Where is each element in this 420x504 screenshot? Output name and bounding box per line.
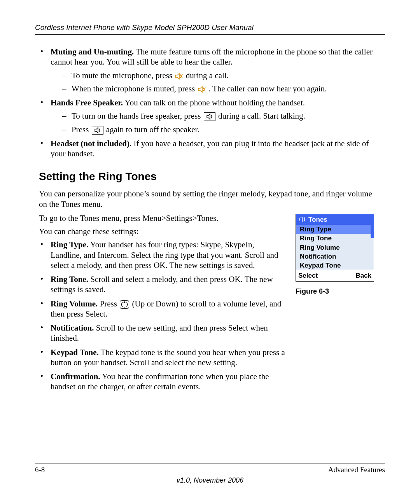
sub-text-pre: Press xyxy=(72,125,91,134)
setting-title: Ring Volume. xyxy=(51,299,98,308)
setting-keypad-tone: Keypad Tone. The keypad tone is the soun… xyxy=(39,347,285,368)
svg-point-14 xyxy=(127,304,128,304)
svg-rect-6 xyxy=(204,113,215,121)
svg-point-16 xyxy=(301,217,303,219)
setting-title: Confirmation. xyxy=(51,372,100,381)
doc-header: Cordless Internet Phone with Skype Model… xyxy=(35,23,385,32)
section-heading: Setting the Ring Tones xyxy=(39,170,381,183)
sub-text-pre: To mute the microphone, press xyxy=(72,71,174,80)
phone-menu-title: Tones xyxy=(308,215,327,224)
phone-menu-softkeys: Select Back xyxy=(296,270,374,281)
phone-menu-list: Ring Type Ring Tone Ring Volume Notifica… xyxy=(296,225,374,270)
svg-rect-8 xyxy=(92,126,103,134)
footer-section: Advanced Features xyxy=(328,466,385,474)
sub-item: To mute the microphone, press during a c… xyxy=(62,70,381,80)
phone-menu-figure: Tones Ring Type Ring Tone Ring Volume No… xyxy=(296,214,374,282)
phone-menu-item: Ring Volume xyxy=(296,243,374,252)
setting-notification: Notification. Scroll to the new setting,… xyxy=(39,323,285,343)
bullet-title: Headset (not included). xyxy=(51,139,131,148)
sub-text-post: during a call. Start talking. xyxy=(218,111,305,121)
bullet-handsfree: Hands Free Speaker. You can talk on the … xyxy=(39,98,381,135)
setting-title: Ring Tone. xyxy=(51,275,88,284)
svg-point-13 xyxy=(121,304,122,304)
intro-paragraph-3: You can change these settings: xyxy=(39,226,285,236)
softkey-right: Back xyxy=(355,271,371,280)
nav-key-icon xyxy=(120,300,129,309)
sub-text-post: . The caller can now hear you again. xyxy=(208,84,327,93)
svg-marker-3 xyxy=(198,87,202,92)
phone-menu-item-selected: Ring Type xyxy=(296,225,374,234)
intro-paragraph-1: You can personalize your phone’s sound b… xyxy=(39,189,381,209)
bullet-title: Hands Free Speaker. xyxy=(51,98,123,107)
top-bullet-list: Muting and Un-muting. The mute feature t… xyxy=(39,47,381,159)
phone-menu-title-bar: Tones xyxy=(296,214,374,225)
setting-ring-tone: Ring Tone. Scroll and select a melody, a… xyxy=(39,274,285,295)
setting-confirmation: Confirmation. You hear the confirmation … xyxy=(39,371,285,392)
speaker-button-icon xyxy=(204,112,215,121)
svg-marker-0 xyxy=(175,74,179,79)
softkey-left: Select xyxy=(298,271,318,280)
mute-icon xyxy=(175,73,183,80)
sub-item: When the microphone is muted, press . Th… xyxy=(62,84,381,94)
bullet-text: You can talk on the phone without holdin… xyxy=(123,98,305,107)
sub-text-post: during a call. xyxy=(186,71,229,80)
setting-ring-type: Ring Type. Your handset has four ring ty… xyxy=(39,240,285,270)
setting-title: Keypad Tone. xyxy=(51,348,99,357)
bullet-muting: Muting and Un-muting. The mute feature t… xyxy=(39,47,381,94)
mute-icon xyxy=(198,86,206,93)
phone-menu-item: Notification xyxy=(296,252,374,261)
speaker-button-icon xyxy=(92,126,103,135)
phone-menu-scrollbar xyxy=(371,225,374,238)
sub-item: Press again to turn off the speaker. xyxy=(62,124,381,135)
sub-text-pre: To turn on the hands free speaker, press xyxy=(72,111,203,121)
phone-menu-item: Ring Tone xyxy=(296,234,374,243)
intro-paragraph-2: To go to the Tones menu, press Menu>Sett… xyxy=(39,213,285,223)
antenna-icon xyxy=(299,216,305,222)
sub-text-post: again to turn off the speaker. xyxy=(106,125,200,134)
setting-title: Notification. xyxy=(51,323,94,332)
footer-version: v1.0, November 2006 xyxy=(35,476,385,485)
page-number: 6-8 xyxy=(35,466,45,474)
sub-item: To turn on the hands free speaker, press… xyxy=(62,111,381,121)
bullet-title: Muting and Un-muting. xyxy=(51,47,134,56)
bullet-headset: Headset (not included). If you have a he… xyxy=(39,138,381,159)
figure-caption: Figure 6-3 xyxy=(296,287,381,296)
setting-title: Ring Type. xyxy=(51,240,88,249)
phone-menu-item: Keypad Tone xyxy=(296,261,374,270)
setting-text-pre: Press xyxy=(98,299,119,308)
settings-list: Ring Type. Your handset has four ring ty… xyxy=(39,240,285,392)
sub-text-pre: When the microphone is muted, press xyxy=(72,84,197,93)
page-footer: 6-8 Advanced Features v1.0, November 200… xyxy=(35,464,385,485)
setting-ring-volume: Ring Volume. Press (Up or Down) to scrol… xyxy=(39,299,285,319)
